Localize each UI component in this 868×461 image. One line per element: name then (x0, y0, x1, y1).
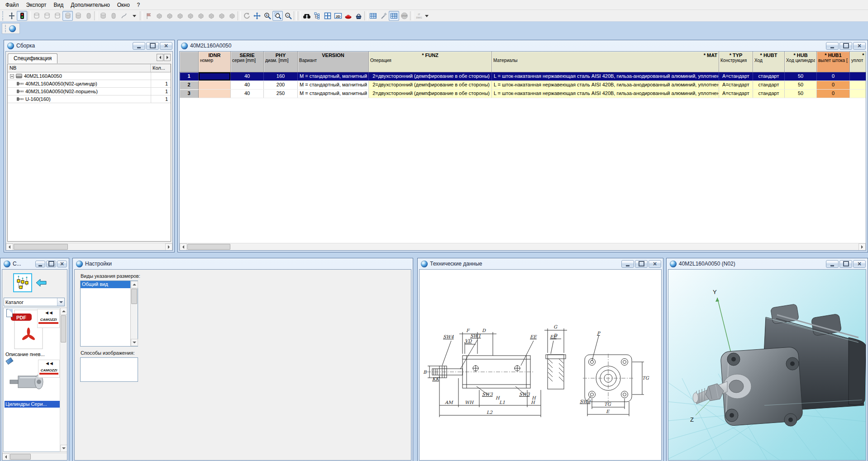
tree-row[interactable]: 40M2L160A0050 (8, 72, 171, 80)
menu-item-2[interactable]: Экспорт (23, 0, 50, 10)
tab-scroll-right-button[interactable] (164, 54, 171, 61)
cell-hubt[interactable]: стандарт (753, 72, 785, 81)
cell-typ[interactable]: A=стандарт (719, 81, 753, 89)
section-view-6-button[interactable] (206, 11, 216, 21)
curve-mode-button[interactable] (119, 11, 129, 21)
cad-export-button-dropdown-icon[interactable] (424, 11, 429, 21)
scroll-left-arrow[interactable] (2, 453, 10, 461)
maximize-button[interactable] (46, 261, 56, 267)
cell-phy[interactable]: 160 (264, 72, 298, 81)
toolbar-grip[interactable] (5, 25, 8, 32)
cell-serie[interactable]: 40 (231, 90, 264, 98)
cell-hubt[interactable]: стандарт (753, 90, 785, 98)
minimize-button[interactable] (133, 42, 145, 50)
scroll-left-arrow[interactable] (6, 243, 13, 251)
cell-idnr[interactable] (199, 90, 231, 98)
zoom-fit-button[interactable] (283, 11, 293, 21)
scroll-thumb[interactable] (10, 454, 31, 460)
cell-hub1[interactable]: 0 (817, 90, 850, 98)
cell-num[interactable]: 3 (180, 90, 199, 98)
cell-phy[interactable]: 200 (264, 81, 298, 89)
structure-button[interactable] (312, 11, 322, 21)
cell-seal[interactable] (850, 90, 866, 98)
close-button[interactable] (853, 42, 866, 50)
cell-typ[interactable]: A=стандарт (719, 72, 753, 81)
table-row[interactable]: 340250M = стандартный, магнитный2=двухст… (180, 90, 866, 98)
section-view-3-button[interactable] (175, 11, 185, 21)
zoom-window-button[interactable] (272, 11, 283, 21)
rotate-view-button[interactable] (241, 11, 252, 21)
display-mode-2-button[interactable] (42, 11, 52, 21)
assembly-horizontal-scrollbar[interactable] (6, 243, 172, 250)
cell-hub1[interactable]: 0 (817, 81, 850, 89)
cell-version[interactable]: M = стандартный, магнитный (298, 90, 369, 98)
pdf-thumbnail[interactable]: PDF◄◄CAMOZZI (6, 309, 60, 350)
cell-phy[interactable]: 250 (264, 90, 298, 98)
maximize-button[interactable] (146, 42, 159, 50)
scroll-down-arrow[interactable] (131, 339, 138, 346)
section-view-1-button[interactable] (154, 11, 164, 21)
views-listbox[interactable]: Общий вид (80, 280, 138, 347)
minimize-button[interactable] (621, 260, 634, 268)
search-button[interactable] (301, 11, 312, 21)
2d-view-button[interactable]: 2D (333, 11, 343, 21)
catalog-item-label[interactable]: Цилиндры Сери... (5, 401, 62, 408)
column-header-hub1[interactable]: * HUB1вылет штока [... (817, 52, 850, 72)
export-button[interactable] (343, 11, 353, 21)
catalog-combobox[interactable]: Каталог (4, 298, 65, 306)
column-header-serie[interactable]: SERIEсерия [mm] (231, 52, 264, 72)
zoom-in-button[interactable] (262, 11, 272, 21)
minimize-button[interactable] (826, 42, 839, 50)
dock-move-button[interactable] (6, 11, 17, 21)
scroll-thumb[interactable] (61, 315, 66, 342)
cell-hub[interactable]: 50 (785, 81, 817, 89)
table-edit-button[interactable] (389, 11, 399, 21)
cell-serie[interactable]: 40 (231, 72, 264, 81)
maximize-button[interactable] (635, 260, 648, 268)
column-header-mat[interactable]: * MATМатериалы (492, 52, 719, 72)
assembly-titlebar[interactable]: Сборка (5, 40, 173, 51)
cell-hub[interactable]: 50 (785, 90, 817, 98)
pan-view-button[interactable] (252, 11, 262, 21)
display-mode-5-button[interactable] (73, 11, 83, 21)
menu-item-1[interactable]: Файл (2, 0, 23, 10)
scroll-thumb[interactable] (187, 244, 230, 250)
scroll-up-arrow[interactable] (60, 308, 67, 315)
column-header-phy[interactable]: PHYдиам. [mm] (264, 52, 298, 72)
column-header-num[interactable] (180, 52, 199, 72)
3d-titlebar[interactable]: 40M2L160A0050 (N02) (668, 258, 866, 269)
split-view-button[interactable] (322, 11, 333, 21)
cell-funz[interactable]: 2=двухсторонний (демпфирование в обе сто… (369, 72, 492, 81)
minimize-button[interactable] (35, 261, 45, 267)
mode-dropdown-button[interactable] (129, 11, 139, 21)
catalog-horizontal-scrollbar[interactable] (2, 453, 67, 460)
cell-funz[interactable]: 2=двухсторонний (демпфирование в обе сто… (369, 81, 492, 89)
scroll-right-arrow[interactable] (165, 243, 172, 251)
table-row[interactable]: 140160M = стандартный, магнитный2=двухст… (180, 72, 866, 81)
modes-listbox[interactable] (80, 357, 138, 382)
display-mode-3-button[interactable] (52, 11, 62, 21)
display-mode-1-button[interactable] (31, 11, 42, 21)
scroll-thumb[interactable] (131, 289, 137, 304)
close-button[interactable] (649, 260, 661, 268)
display-mode-4-button[interactable] (62, 11, 73, 21)
table-horizontal-scrollbar[interactable] (180, 243, 866, 250)
section-view-2-button[interactable] (164, 11, 175, 21)
cell-hub[interactable]: 50 (785, 72, 817, 81)
column-header-seal[interactable]: *уплот (850, 52, 866, 72)
cell-idnr[interactable] (199, 72, 231, 81)
tree-row[interactable]: 40M2L160A0050(N02-цилиндр)1 (8, 80, 171, 88)
view-list-item[interactable]: Общий вид (81, 281, 130, 288)
section-view-7-button[interactable] (216, 11, 227, 21)
scroll-right-arrow[interactable] (858, 243, 866, 251)
tab-scroll-left-button[interactable] (157, 54, 163, 61)
cell-typ[interactable]: A=стандарт (719, 90, 753, 98)
menu-item-4[interactable]: Дополнительно (67, 0, 113, 10)
tree-header-qty[interactable]: Кол... (151, 64, 171, 72)
cell-seal[interactable] (850, 72, 866, 81)
cell-version[interactable]: M = стандартный, магнитный (298, 81, 369, 89)
cad-export-button[interactable]: ITDWG (414, 11, 424, 21)
display-mode-7-button[interactable] (98, 11, 108, 21)
tech-titlebar[interactable]: Технические данные (419, 258, 662, 269)
menu-item-3[interactable]: Вид (50, 0, 67, 10)
